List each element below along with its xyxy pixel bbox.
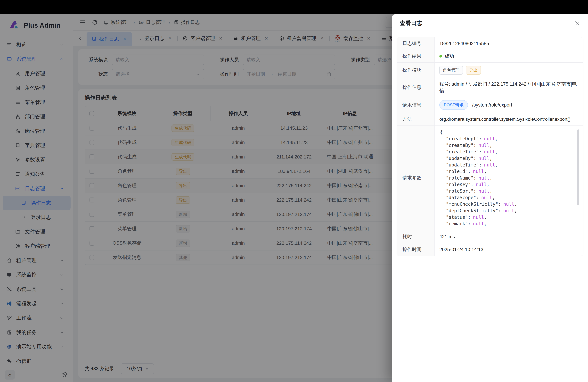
- module-badge: 角色管理: [439, 66, 463, 75]
- detail-row-result: 操作结果 成功: [397, 50, 583, 63]
- drawer-title: 查看日志: [400, 20, 422, 27]
- detail-label: 请求参数: [397, 126, 435, 230]
- json-line: "roleName":null,: [440, 175, 580, 181]
- json-line: "roleId":null,: [440, 168, 580, 175]
- json-line: "createDept":null,: [440, 136, 580, 142]
- close-icon[interactable]: [574, 20, 581, 26]
- request-path: /system/role/export: [472, 102, 512, 108]
- cost-value: 421 ms: [435, 230, 583, 243]
- json-line: "updateBy":null,: [440, 155, 580, 162]
- detail-row-log-id: 日志编号 1882612840802115585: [397, 37, 583, 50]
- detail-row-module: 操作模块 角色管理 导出: [397, 63, 583, 78]
- json-line: "createBy":null,: [440, 142, 580, 149]
- json-line: "roleSort":null,: [440, 188, 580, 194]
- detail-label: 操作结果: [397, 50, 435, 63]
- detail-row-method: 方法 org.dromara.system.controller.system.…: [397, 113, 583, 126]
- json-line: "status":null,: [440, 214, 580, 221]
- detail-label: 请求信息: [397, 97, 435, 113]
- detail-label: 操作时间: [397, 243, 435, 256]
- json-line: "updateTime":null,: [440, 162, 580, 168]
- view-log-drawer: 查看日志 日志编号 1882612840802115585 操作结果 成功 操作…: [392, 14, 588, 382]
- operation-info-value: 账号: admin / 研发部门 / 222.175.114.242 / 中国|…: [435, 78, 583, 97]
- drawer-header: 查看日志: [392, 14, 588, 32]
- json-line: "deptCheckStrictly":null,: [440, 208, 580, 214]
- detail-row-info: 操作信息 账号: admin / 研发部门 / 222.175.114.242 …: [397, 78, 583, 97]
- request-params-json-viewer[interactable]: { "createDept":null, "createBy":null, "c…: [439, 128, 580, 228]
- detail-row-request: 请求信息 POST请求 /system/role/export: [397, 97, 583, 113]
- type-badge: 导出: [466, 66, 481, 75]
- log-id-value: 1882612840802115585: [435, 37, 583, 50]
- json-scrollbar-thumb[interactable]: [577, 129, 579, 205]
- json-line: "dataScope":null,: [440, 194, 580, 201]
- detail-label: 操作信息: [397, 78, 435, 97]
- json-line: "menuCheckStrictly":null,: [440, 201, 580, 208]
- json-line: {: [440, 129, 580, 136]
- success-status-dot: [439, 55, 442, 58]
- detail-row-params: 请求参数 { "createDept":null, "createBy":nul…: [397, 126, 583, 230]
- detail-row-time: 操作时间 2025-01-24 10:14:13: [397, 243, 583, 256]
- detail-label: 日志编号: [397, 37, 435, 50]
- json-line: "roleKey":null,: [440, 181, 580, 188]
- json-line: "remark":null,: [440, 221, 580, 227]
- indent-guide: [442, 137, 442, 226]
- detail-label: 操作模块: [397, 63, 435, 78]
- method-value: org.dromara.system.controller.system.Sys…: [435, 113, 583, 126]
- post-method-badge: POST请求: [439, 100, 468, 110]
- detail-row-cost: 耗时 421 ms: [397, 230, 583, 243]
- log-detail-table: 日志编号 1882612840802115585 操作结果 成功 操作模块 角色…: [397, 37, 583, 256]
- result-text: 成功: [445, 53, 454, 60]
- json-line: "createTime":null,: [440, 149, 580, 155]
- detail-label: 耗时: [397, 230, 435, 243]
- operation-time-value: 2025-01-24 10:14:13: [435, 243, 583, 256]
- detail-label: 方法: [397, 113, 435, 126]
